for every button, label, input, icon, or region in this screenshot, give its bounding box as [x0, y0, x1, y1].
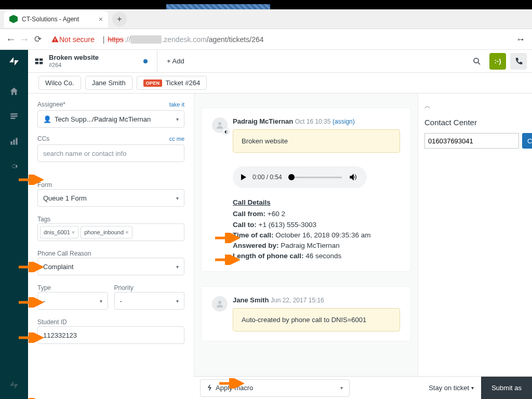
stay-on-ticket-button[interactable]: Stay on ticket▾: [421, 384, 481, 392]
svg-rect-5: [16, 138, 17, 144]
assign-link[interactable]: (assign): [332, 118, 355, 125]
audio-player[interactable]: 0:00 / 0:54: [233, 166, 367, 188]
url-protocol: https: [108, 35, 123, 44]
ccs-label: CCs: [37, 135, 49, 142]
internal-note: Auto-created by phone call to DNIS=6001: [233, 308, 400, 331]
tab-title: Broken website: [49, 54, 99, 61]
form-select[interactable]: Queue 1 Form ▾: [37, 189, 184, 207]
phone-number-input[interactable]: [424, 133, 519, 149]
contact-center-title: Contact Center: [424, 118, 526, 127]
assignee-label: Assignee*: [37, 101, 65, 108]
browser-tab[interactable]: CT-Solutions - Agent ×: [4, 11, 108, 28]
svg-point-6: [474, 58, 478, 63]
remove-tag-icon[interactable]: ×: [72, 229, 75, 235]
internal-note: Broken website: [233, 129, 400, 153]
conversation-panel: ◐ Padraig McTiernan Oct 16 10:35 (assign…: [194, 94, 418, 399]
type-label: Type: [37, 284, 51, 291]
svg-rect-3: [10, 141, 12, 145]
reason-label: Phone Call Reason: [37, 250, 91, 257]
svg-point-8: [218, 122, 221, 125]
priority-label: Priority: [114, 284, 134, 291]
author-name: Padraig McTiernan: [233, 117, 293, 125]
nav-home[interactable]: [5, 82, 23, 101]
author-name: Jane Smith: [233, 296, 269, 304]
status-badge: OPEN: [143, 79, 163, 87]
student-id-input[interactable]: [37, 326, 184, 344]
nav-views[interactable]: [5, 107, 23, 126]
address-bar[interactable]: Not secure | https :// xxxxxxxx .zendesk…: [45, 35, 517, 44]
back-button[interactable]: ←: [4, 33, 18, 45]
reason-select[interactable]: Complaint ▾: [37, 258, 184, 275]
take-it-link[interactable]: take it: [169, 101, 184, 108]
play-icon[interactable]: [241, 174, 246, 180]
svg-rect-0: [10, 113, 17, 115]
remove-tag-icon[interactable]: ×: [125, 229, 128, 235]
tab-number: #264: [49, 62, 99, 68]
tag-item: phone_inbound×: [81, 226, 132, 238]
volume-icon[interactable]: [348, 172, 358, 182]
tags-label: Tags: [37, 216, 50, 223]
call-button[interactable]: Call: [522, 133, 532, 149]
zendesk-favicon: [9, 15, 18, 23]
form-label: Form: [37, 181, 52, 189]
cc-me-link[interactable]: cc me: [169, 136, 184, 142]
type-select[interactable]: -▾: [37, 292, 108, 310]
bolt-icon: ϟ: [207, 384, 211, 392]
chevron-down-icon: ▾: [100, 298, 102, 304]
audio-track[interactable]: [288, 177, 342, 178]
svg-point-9: [218, 301, 221, 304]
crumb-user[interactable]: Jane Smith: [85, 76, 132, 90]
call-details: Call Details Call from: +60 2 Call to: +…: [233, 197, 400, 262]
workspace-tabs: Broken website #264 + Add :-): [28, 50, 532, 73]
url-path: /agent/tickets/264: [207, 35, 264, 44]
svg-rect-4: [13, 140, 15, 145]
url-domain: .zendesk.com: [162, 35, 206, 44]
ticket-tab-icon: [33, 56, 45, 67]
ticket-footer: ϟ Apply macro ▾ Stay on ticket▾ Submit a…: [194, 376, 532, 399]
key-icon: ⊶: [517, 36, 524, 43]
add-tab-button[interactable]: + Add: [167, 57, 184, 65]
forward-button[interactable]: →: [18, 33, 31, 45]
tags-field[interactable]: dnis_6001× phone_inbound×: [37, 223, 184, 241]
phone-icon[interactable]: [510, 53, 527, 70]
warning-icon: [51, 35, 59, 44]
agent-badge-icon: ◐: [222, 128, 230, 135]
student-id-label: Student ID: [37, 318, 67, 326]
assignee-select[interactable]: 👤 Tech Supp.../Padraig McTiernan ▾: [37, 110, 184, 128]
zendesk-logo-icon: [8, 55, 20, 68]
chevron-down-icon: ▾: [176, 264, 179, 270]
svg-line-7: [478, 62, 480, 64]
tag-item: dnis_6001×: [40, 226, 78, 238]
avatar: ◐: [212, 117, 228, 133]
ccs-input[interactable]: [37, 144, 184, 162]
crumb-company[interactable]: Wilco Co.: [38, 76, 81, 90]
submit-button[interactable]: Submit as: [481, 377, 532, 400]
avatar: [212, 296, 228, 312]
reload-button[interactable]: ⟳: [31, 34, 45, 45]
chevron-down-icon: ▾: [340, 385, 343, 391]
not-secure-label: Not secure: [59, 35, 95, 44]
unsaved-dot-icon: [143, 59, 148, 63]
apps-panel: ︿ Contact Center Call: [418, 94, 532, 399]
svg-rect-1: [10, 115, 17, 117]
chevron-down-icon: ▾: [176, 298, 179, 304]
collapse-icon[interactable]: ︿: [424, 102, 526, 111]
crumb-ticket[interactable]: OPEN Ticket #264: [137, 76, 207, 90]
apply-macro-select[interactable]: ϟ Apply macro ▾: [200, 379, 350, 397]
search-icon[interactable]: [469, 53, 485, 70]
nav-reporting[interactable]: [5, 132, 23, 151]
satisfaction-icon[interactable]: :-): [489, 53, 506, 70]
nav-admin[interactable]: [5, 157, 23, 176]
audio-time: 0:00 / 0:54: [252, 174, 282, 181]
priority-select[interactable]: -▾: [114, 292, 185, 310]
message-time: Oct 16 10:35: [295, 118, 331, 125]
breadcrumbs: Wilco Co. Jane Smith OPEN Ticket #264: [28, 73, 532, 94]
ticket-sidebar: Assignee* take it 👤 Tech Supp.../Padraig…: [28, 94, 194, 399]
tab-title: CT-Solutions - Agent: [22, 16, 99, 23]
leftnav: [0, 50, 28, 399]
chevron-down-icon: ▾: [176, 116, 179, 122]
close-tab-icon[interactable]: ×: [99, 15, 103, 23]
chevron-down-icon: ▾: [176, 195, 179, 201]
new-tab-button[interactable]: +: [112, 12, 127, 26]
svg-rect-2: [10, 118, 15, 119]
